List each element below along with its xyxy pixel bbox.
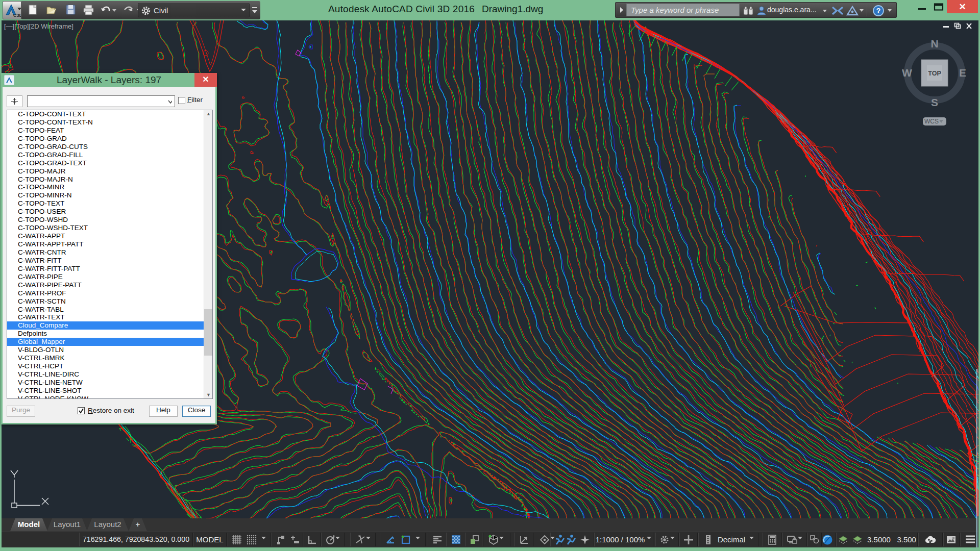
svg-text:E: E xyxy=(959,67,966,79)
svg-text:S: S xyxy=(931,96,938,108)
svg-text:N: N xyxy=(930,38,938,49)
svg-text:WCS: WCS xyxy=(924,118,939,125)
svg-text:?: ? xyxy=(876,7,881,15)
svg-text:W: W xyxy=(902,67,912,79)
svg-text:C3D: C3D xyxy=(13,13,21,18)
svg-text:TOP: TOP xyxy=(928,70,941,77)
